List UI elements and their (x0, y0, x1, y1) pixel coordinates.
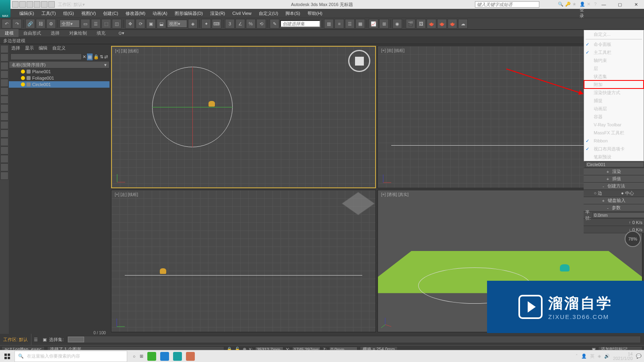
lp-icon-15[interactable] (0, 163, 8, 171)
menu-help[interactable]: 帮助(H) (304, 9, 326, 18)
list-item[interactable]: Plane001 (9, 68, 109, 75)
taskbar-search[interactable]: 🔍 在这里输入你要搜索的内容 (14, 351, 127, 362)
toggle-ribbon-icon[interactable]: ▦ (355, 19, 365, 29)
lp-icon-4[interactable] (0, 70, 8, 78)
ribbon-tab-selection[interactable]: 选择 (46, 29, 64, 37)
select-region-icon[interactable]: ⬚ (101, 19, 111, 29)
bulb-icon[interactable] (21, 82, 25, 86)
cm-anim-layers[interactable]: 动画层 (584, 105, 644, 113)
start-button[interactable] (0, 350, 14, 362)
undo-icon[interactable]: ↶ (2, 19, 11, 29)
viewport-top[interactable]: [+] [顶] [线框] (111, 46, 376, 188)
window-crossing-icon[interactable]: ◫ (112, 19, 122, 29)
viewport-label[interactable]: [+] [顶] [线框] (115, 48, 138, 54)
angle-snap-icon[interactable]: ∠ (235, 19, 245, 29)
render-iterative-icon[interactable]: 🫖 (448, 19, 457, 29)
se-opts-icon[interactable]: ⇅ (100, 54, 103, 60)
placement-icon[interactable]: ⬓ (157, 19, 166, 29)
lp-icon-6[interactable] (0, 87, 8, 95)
cm-ribbon[interactable]: ✓Ribbon (584, 137, 644, 145)
list-item[interactable]: Foliage001 (9, 75, 109, 81)
lp-icon-2[interactable] (0, 53, 8, 62)
cm-statesets[interactable]: 状态集 (584, 72, 644, 80)
close-button[interactable]: ✕ (628, 0, 644, 9)
render-setup-icon[interactable]: 🎬 (406, 19, 415, 29)
notification-icon[interactable]: 💬 (636, 354, 642, 359)
cm-brush-presets[interactable]: 笔刷预设 (584, 153, 644, 161)
lp-icon-9[interactable] (0, 113, 8, 121)
lp-icon-1[interactable] (0, 45, 8, 53)
open-icon[interactable] (19, 1, 26, 8)
se-filter-input[interactable] (10, 53, 82, 60)
object-name-input[interactable] (585, 162, 644, 167)
render-frame-icon[interactable]: 🖼 (416, 19, 426, 29)
bind-icon[interactable]: ⚙ (46, 19, 56, 29)
layer-icon[interactable]: ☰ (31, 337, 40, 342)
pivot-icon[interactable]: ◈ (188, 19, 198, 29)
radius-input[interactable] (592, 212, 644, 218)
lp-icon-14[interactable] (0, 155, 8, 163)
select-by-name-icon[interactable]: ☰ (91, 19, 101, 29)
cm-command-panel[interactable]: ✓命令面板 (584, 40, 644, 48)
align-icon[interactable]: ≡ (334, 19, 344, 29)
ribbon-tab-modeling[interactable]: 建模 (0, 29, 19, 37)
time-slider[interactable]: 0 / 100 (67, 336, 641, 343)
maximize-button[interactable]: ▢ (612, 0, 628, 9)
keyboard-shortcut-icon[interactable]: ⌨ (212, 19, 221, 29)
tray-up-icon[interactable]: ˄ (576, 354, 578, 359)
radio-center[interactable]: ● 中心 (621, 190, 634, 196)
login-button[interactable]: 👤 登录 (580, 2, 585, 7)
star-icon[interactable]: ★ (572, 2, 578, 7)
link-icon[interactable] (48, 1, 55, 8)
selection-filter[interactable]: 全部▾ (60, 20, 80, 28)
lock-icon[interactable]: 🔒 (93, 54, 99, 60)
selection-set-input[interactable] (280, 20, 320, 27)
cm-snap[interactable]: 捕捉 (584, 97, 644, 105)
redo-icon[interactable] (41, 1, 47, 8)
menu-view[interactable]: 视图(V) (78, 9, 99, 18)
circle-edge[interactable] (125, 275, 362, 276)
render-icon[interactable]: 🫖 (427, 19, 436, 29)
cm-viewport-layout-tabs[interactable]: ✓视口布局选项卡 (584, 145, 644, 153)
binoculars-icon[interactable]: 🔍 (558, 2, 564, 7)
menu-grapheditors[interactable]: 图形编辑器(D) (171, 9, 206, 18)
cm-customize[interactable]: 自定义... (584, 30, 644, 38)
percent-snap-icon[interactable]: % (246, 19, 256, 29)
network-icon[interactable]: ◈ (598, 354, 601, 359)
ribbon-toggle-icon[interactable]: ⊙▾ (118, 31, 124, 36)
lp-icon-13[interactable] (0, 146, 8, 154)
viewport-left[interactable]: [+] [左] [线框] (111, 190, 376, 332)
exchange-icon[interactable]: ✕ (587, 2, 592, 7)
foliage-object[interactable] (160, 268, 166, 274)
viewport-label[interactable]: [+] [透视] [真实] (381, 192, 409, 197)
rollout-keyboard[interactable]: +键盘输入 (584, 197, 644, 204)
sogou-icon[interactable] (160, 352, 169, 361)
wechat-icon[interactable] (147, 352, 156, 361)
lp-icon-7[interactable] (0, 96, 8, 104)
se-column-header[interactable]: 名称(按降序排序)▾ (9, 61, 109, 68)
foliage-object[interactable] (560, 264, 570, 272)
workspace-label-bottom[interactable]: 工作区: 默认 (0, 334, 31, 345)
manipulate-icon[interactable]: ✦ (201, 19, 211, 29)
new-icon[interactable] (12, 1, 19, 8)
rollout-creation[interactable]: -创建方法 (584, 183, 644, 190)
curve-editor-icon[interactable]: 📈 (369, 19, 378, 29)
scale-icon[interactable]: ▣ (146, 19, 156, 29)
menu-script[interactable]: 脚本(S) (282, 9, 303, 18)
time-slider-thumb[interactable] (68, 337, 84, 342)
undo-icon[interactable] (34, 1, 40, 8)
redo-icon[interactable]: ↷ (12, 19, 22, 29)
app-icon[interactable] (186, 352, 195, 361)
cm-render-shortcuts[interactable]: 渲染快捷方式 (584, 88, 644, 97)
menu-render[interactable]: 渲染(R) (207, 9, 228, 18)
cm-vray-toolbar[interactable]: V-Ray Toolbar (584, 121, 644, 129)
app-logo[interactable]: MAX (0, 0, 10, 18)
unlink-icon[interactable]: ⛓ (36, 19, 45, 29)
tray-date[interactable]: 2021/1/20 (613, 356, 633, 361)
render-online-icon[interactable]: ☁ (458, 19, 468, 29)
lp-icon-10[interactable] (0, 121, 8, 129)
menu-modifiers[interactable]: 修改器(M) (122, 9, 149, 18)
viewport-label[interactable]: [+] [前] [线框] (381, 48, 405, 53)
se-tab-custom[interactable]: 自定义 (52, 45, 66, 51)
se-opts2-icon[interactable]: ⇄ (104, 54, 108, 60)
